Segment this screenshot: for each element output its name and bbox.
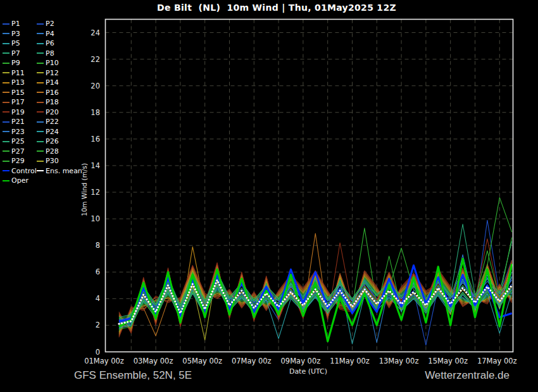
x-tick-label: 01May 00z	[84, 357, 124, 365]
chart-canvas: De Bilt (NL) 10m Wind | Thu, 01May2025 1…	[0, 0, 538, 392]
plot-series	[119, 197, 512, 345]
x-tick-label: 07May 00z	[232, 357, 272, 365]
y-tick-label: 4	[96, 294, 100, 303]
x-tick-label: 13May 00z	[379, 357, 419, 365]
y-tick-label: 0	[96, 348, 100, 357]
x-tick-label: 15May 00z	[428, 357, 468, 365]
plot-svg: 02468101214161820222401May 00z03May 00z0…	[0, 0, 538, 392]
y-tick-label: 22	[91, 55, 100, 64]
y-tick-label: 2	[96, 321, 100, 329]
x-tick-label: 03May 00z	[134, 357, 173, 365]
y-tick-label: 12	[91, 188, 100, 197]
y-tick-label: 8	[96, 241, 100, 250]
y-tick-label: 14	[91, 161, 100, 170]
plot-area: 02468101214161820222401May 00z03May 00z0…	[0, 0, 538, 392]
y-tick-label: 6	[96, 267, 100, 276]
y-tick-labels: 024681012141618202224	[91, 28, 100, 357]
y-tick-label: 10	[91, 214, 100, 223]
x-tick-label: 05May 00z	[182, 357, 222, 365]
y-tick-label: 18	[91, 108, 100, 117]
x-tick-label: 09May 00z	[281, 357, 321, 365]
x-tick-label: 11May 00z	[330, 357, 370, 365]
x-tick-labels: 01May 00z03May 00z05May 00z07May 00z09Ma…	[84, 357, 517, 365]
y-tick-label: 24	[91, 28, 100, 37]
x-tick-label: 17May 00z	[477, 357, 517, 365]
y-tick-label: 20	[91, 82, 100, 90]
y-tick-label: 16	[91, 135, 100, 144]
